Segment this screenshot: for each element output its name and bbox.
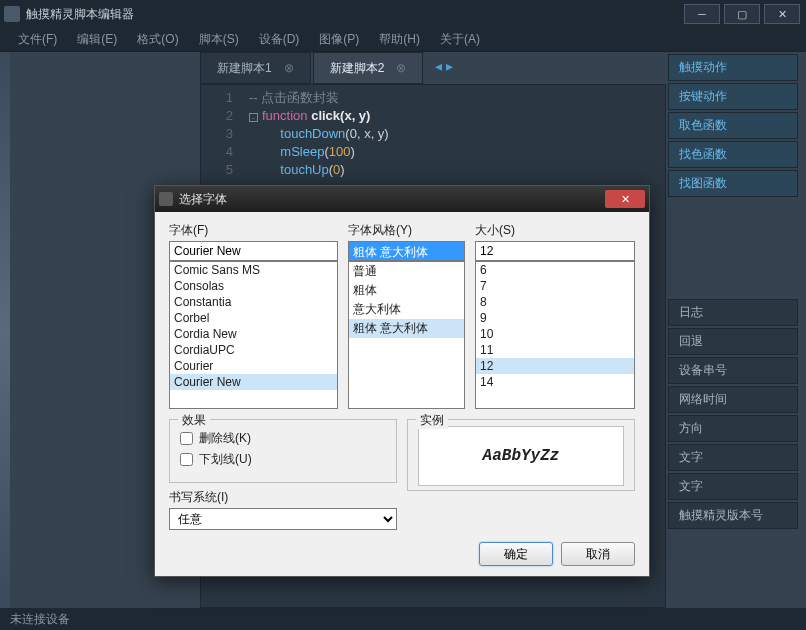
menu-help[interactable]: 帮助(H) [369, 29, 430, 50]
tab-script-2[interactable]: 新建脚本2 ⊗ [313, 52, 424, 84]
minimize-button[interactable]: ─ [684, 4, 720, 24]
size-option[interactable]: 14 [476, 374, 634, 390]
dialog-body: 字体(F) Comic Sans MS Consolas Constantia … [155, 212, 649, 576]
close-button[interactable]: ✕ [764, 4, 800, 24]
sample-title: 实例 [416, 412, 448, 429]
menu-script[interactable]: 脚本(S) [189, 29, 249, 50]
status-text: 未连接设备 [10, 612, 70, 626]
font-option[interactable]: Corbel [170, 310, 337, 326]
strikeout-input[interactable] [180, 432, 193, 445]
menu-format[interactable]: 格式(O) [127, 29, 188, 50]
dialog-titlebar: 选择字体 ✕ [155, 186, 649, 212]
size-input[interactable] [475, 241, 635, 261]
style-list[interactable]: 普通 粗体 意大利体 粗体 意大利体 [348, 261, 465, 409]
sample-group: 实例 AaBbYyZz [407, 419, 635, 491]
side-item-serial[interactable]: 设备串号 [668, 357, 798, 384]
style-option[interactable]: 粗体 [349, 281, 464, 300]
strikeout-checkbox[interactable]: 删除线(K) [180, 430, 386, 447]
font-option[interactable]: CordiaUPC [170, 342, 337, 358]
fold-icon[interactable]: - [249, 113, 258, 122]
side-item-orient[interactable]: 方向 [668, 415, 798, 442]
menu-device[interactable]: 设备(D) [249, 29, 310, 50]
side-btn-key[interactable]: 按键动作 [668, 83, 798, 110]
size-label: 大小(S) [475, 222, 635, 239]
tab-script-1[interactable]: 新建脚本1 ⊗ [200, 52, 311, 84]
size-list[interactable]: 6 7 8 9 10 11 12 14 [475, 261, 635, 409]
writing-label: 书写系统(I) [169, 489, 397, 506]
size-option[interactable]: 8 [476, 294, 634, 310]
tab-label: 新建脚本2 [330, 60, 385, 77]
side-btn-touch[interactable]: 触摸动作 [668, 54, 798, 81]
size-option[interactable]: 9 [476, 310, 634, 326]
left-gutter-strip [0, 52, 10, 608]
side-panel: 触摸动作 按键动作 取色函数 找色函数 找图函数 日志 回退 设备串号 网络时间… [668, 54, 798, 531]
ok-button[interactable]: 确定 [479, 542, 553, 566]
style-option[interactable]: 粗体 意大利体 [349, 319, 464, 338]
style-input[interactable]: 粗体 意大利体 [348, 241, 465, 261]
font-option[interactable]: Courier New [170, 374, 337, 390]
font-option[interactable]: Cordia New [170, 326, 337, 342]
tab-nav-arrows[interactable]: ◂ ▸ [425, 52, 463, 84]
side-btn-getcolor[interactable]: 取色函数 [668, 112, 798, 139]
font-label: 字体(F) [169, 222, 338, 239]
side-item-text1[interactable]: 文字 [668, 444, 798, 471]
side-item-log[interactable]: 日志 [668, 299, 798, 326]
tab-label: 新建脚本1 [217, 60, 272, 77]
size-option[interactable]: 10 [476, 326, 634, 342]
menu-edit[interactable]: 编辑(E) [67, 29, 127, 50]
window-title: 触摸精灵脚本编辑器 [26, 6, 134, 23]
side-item-back[interactable]: 回退 [668, 328, 798, 355]
menubar: 文件(F) 编辑(E) 格式(O) 脚本(S) 设备(D) 图像(P) 帮助(H… [0, 28, 806, 52]
style-option[interactable]: 普通 [349, 262, 464, 281]
cancel-button[interactable]: 取消 [561, 542, 635, 566]
menu-file[interactable]: 文件(F) [8, 29, 67, 50]
font-option[interactable]: Comic Sans MS [170, 262, 337, 278]
size-option[interactable]: 11 [476, 342, 634, 358]
writing-system-select[interactable]: 任意 [169, 508, 397, 530]
maximize-button[interactable]: ▢ [724, 4, 760, 24]
size-option[interactable]: 12 [476, 358, 634, 374]
menu-about[interactable]: 关于(A) [430, 29, 490, 50]
dialog-close-button[interactable]: ✕ [605, 190, 645, 208]
style-option[interactable]: 意大利体 [349, 300, 464, 319]
effects-title: 效果 [178, 412, 210, 429]
app-icon [4, 6, 20, 22]
style-label: 字体风格(Y) [348, 222, 465, 239]
tab-close-icon[interactable]: ⊗ [284, 61, 294, 75]
font-dialog: 选择字体 ✕ 字体(F) Comic Sans MS Consolas Cons… [154, 185, 650, 577]
font-input[interactable] [169, 241, 338, 261]
font-option[interactable]: Constantia [170, 294, 337, 310]
sample-preview: AaBbYyZz [418, 426, 624, 486]
titlebar: 触摸精灵脚本编辑器 ─ ▢ ✕ [0, 0, 806, 28]
size-option[interactable]: 7 [476, 278, 634, 294]
side-btn-findimage[interactable]: 找图函数 [668, 170, 798, 197]
size-option[interactable]: 6 [476, 262, 634, 278]
underline-input[interactable] [180, 453, 193, 466]
underline-checkbox[interactable]: 下划线(U) [180, 451, 386, 468]
menu-image[interactable]: 图像(P) [309, 29, 369, 50]
side-item-version[interactable]: 触摸精灵版本号 [668, 502, 798, 529]
side-item-text2[interactable]: 文字 [668, 473, 798, 500]
font-option[interactable]: Consolas [170, 278, 337, 294]
dialog-title: 选择字体 [179, 191, 227, 208]
tab-close-icon[interactable]: ⊗ [396, 61, 406, 75]
dialog-icon [159, 192, 173, 206]
side-btn-findcolor[interactable]: 找色函数 [668, 141, 798, 168]
effects-group: 效果 删除线(K) 下划线(U) [169, 419, 397, 483]
font-list[interactable]: Comic Sans MS Consolas Constantia Corbel… [169, 261, 338, 409]
font-option[interactable]: Courier [170, 358, 337, 374]
side-item-nettime[interactable]: 网络时间 [668, 386, 798, 413]
statusbar: 未连接设备 [0, 608, 806, 630]
